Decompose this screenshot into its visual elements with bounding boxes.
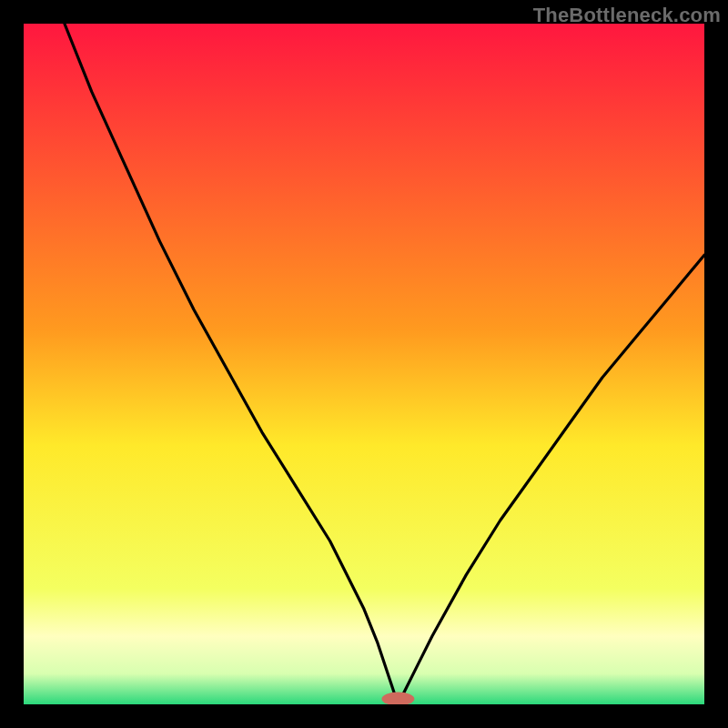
gradient-background: [24, 24, 704, 704]
chart-frame: TheBottleneck.com: [0, 0, 728, 728]
bottleneck-chart: [24, 24, 704, 704]
plot-area: [24, 24, 704, 704]
watermark-text: TheBottleneck.com: [533, 4, 721, 27]
